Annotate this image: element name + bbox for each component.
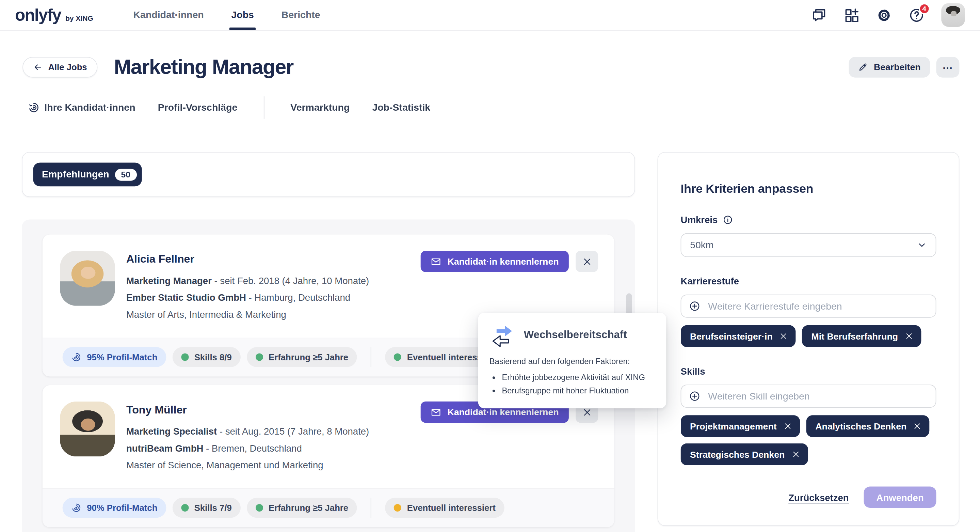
arrow-left-icon [33, 62, 43, 72]
edit-label: Bearbeiten [874, 62, 921, 72]
experience-badge: Erfahrung ≥5 Jahre [247, 498, 357, 518]
remove-chip-icon[interactable] [780, 332, 788, 340]
help-icon[interactable]: 4 [909, 7, 924, 23]
candidate-company-line: Ember Static Studio GmbH - Hamburg, Deut… [126, 289, 369, 306]
brand-logo[interactable]: onlyfy by XING [15, 5, 93, 25]
status-dot-green [256, 504, 263, 511]
recommendations-tabbar: Empfehlungen 50 [22, 152, 635, 197]
candidate-name[interactable]: Tony Müller [126, 403, 369, 417]
candidate-company: Ember Static Studio GmbH [126, 292, 246, 303]
badge-divider [371, 347, 371, 367]
tooltip-bullet: Berufsgruppe mit hoher Fluktuation [502, 384, 655, 397]
career-chips: Berufseinsteiger·in Mit Berufserfahrung [681, 325, 936, 347]
tooltip-bullets: Erhöhte jobbezogene Aktivität auf XING B… [490, 371, 655, 397]
candidate-avatar[interactable] [60, 401, 115, 457]
close-icon [582, 407, 592, 417]
candidate-role-duration: - seit Feb. 2018 (4 Jahre, 10 Monate) [212, 275, 369, 286]
candidate-role-line: Marketing Manager - seit Feb. 2018 (4 Ja… [126, 272, 369, 289]
status-dot-green [181, 504, 189, 511]
messages-icon[interactable] [811, 7, 827, 23]
candidate-avatar[interactable] [60, 251, 115, 306]
chip-label: Berufseinsteiger·in [690, 331, 773, 341]
nav-item-jobs[interactable]: Jobs [231, 0, 254, 30]
chip-projektmanagement[interactable]: Projektmanagement [681, 415, 800, 437]
main-nav: Kandidat·innen Jobs Berichte [134, 0, 320, 30]
remove-chip-icon[interactable] [905, 332, 913, 340]
experience-label: Erfahrung ≥5 Jahre [269, 503, 348, 513]
career-label: Karrierestufe [681, 276, 936, 287]
reset-link[interactable]: Zurücksetzen [788, 492, 849, 502]
navbar-actions: 4 [811, 3, 965, 27]
contact-label: Kandidat·in kennenlernen [448, 256, 559, 266]
nav-item-berichte[interactable]: Berichte [282, 0, 320, 30]
chip-mit-berufserfahrung[interactable]: Mit Berufserfahrung [802, 325, 921, 347]
logo-suffix: by XING [65, 14, 93, 21]
skills-badge: Skills 8/9 [172, 347, 240, 367]
interest-badge[interactable]: Eventuell interessiert [385, 498, 504, 518]
status-dot-green [181, 353, 189, 361]
chip-berufseinsteiger[interactable]: Berufseinsteiger·in [681, 325, 796, 347]
page-title: Marketing Manager [114, 55, 293, 79]
top-navbar: onlyfy by XING Kandidat·innen Jobs Beric… [0, 0, 980, 31]
chip-label: Analytisches Denken [815, 421, 907, 431]
experience-label: Erfahrung ≥5 Jahre [269, 352, 348, 362]
user-avatar[interactable] [941, 3, 965, 27]
chip-analytisches-denken[interactable]: Analytisches Denken [806, 415, 930, 437]
chip-strategisches-denken[interactable]: Strategisches Denken [681, 443, 808, 465]
dismiss-candidate-button[interactable] [576, 251, 598, 272]
candidate-info: Tony Müller Marketing Specialist - seit … [126, 401, 369, 473]
header-actions: Bearbeiten ... [849, 57, 959, 77]
apps-grid-icon[interactable] [844, 7, 859, 23]
skills-input-wrap [681, 385, 936, 408]
envelope-icon [431, 256, 441, 267]
tooltip-header: Wechselbereitschaft [490, 323, 655, 347]
contact-candidate-button[interactable]: Kandidat·in kennenlernen [421, 251, 569, 272]
job-tabs: Ihre Kandidat·innen Profil-Vorschläge Ve… [28, 98, 959, 117]
tab-profil-vorschlaege[interactable]: Profil-Vorschläge [158, 102, 238, 113]
candidate-education: Master of Science, Management und Market… [126, 456, 369, 473]
skills-input[interactable] [707, 390, 928, 403]
career-input[interactable] [707, 300, 928, 313]
close-icon [582, 257, 592, 266]
match-label: 90% Profil-Match [87, 503, 157, 513]
skills-label: Skills 8/9 [194, 352, 232, 362]
candidate-name[interactable]: Alicia Fellner [126, 253, 369, 266]
radius-label-row: Umkreis [681, 215, 936, 225]
edit-button[interactable]: Bearbeiten [849, 57, 930, 77]
candidate-company: nutriBeam GmbH [126, 443, 204, 453]
profile-match-badge[interactable]: 95% Profil-Match [63, 347, 166, 367]
chip-label: Projektmanagement [690, 421, 777, 431]
tab-vermarktung[interactable]: Vermarktung [290, 102, 350, 113]
experience-badge: Erfahrung ≥5 Jahre [247, 347, 357, 367]
candidate-role-duration: - seit Aug. 2015 (7 Jahre, 8 Monate) [217, 426, 369, 436]
tooltip-bullet: Erhöhte jobbezogene Aktivität auf XING [502, 371, 655, 384]
tab-label: Ihre Kandidat·innen [44, 102, 135, 113]
candidate-role: Marketing Manager [126, 275, 212, 286]
remove-chip-icon[interactable] [913, 422, 921, 430]
skills-badge: Skills 7/9 [172, 498, 240, 518]
tab-ihre-kandidatinnen[interactable]: Ihre Kandidat·innen [28, 102, 135, 113]
remove-chip-icon[interactable] [791, 450, 800, 459]
interest-label: Eventuell interessiert [407, 503, 496, 513]
more-options-button[interactable]: ... [936, 57, 959, 77]
profile-match-badge[interactable]: 90% Profil-Match [63, 498, 166, 518]
candidate-location: - Hamburg, Deutschland [246, 292, 350, 303]
recommendations-tab[interactable]: Empfehlungen 50 [33, 162, 142, 186]
tab-label: Profil-Vorschläge [158, 102, 238, 113]
transfer-arrows-icon [490, 323, 516, 347]
radius-select[interactable]: 50km [681, 233, 936, 257]
status-dot-amber [394, 504, 401, 511]
criteria-title: Ihre Kriterien anpassen [681, 182, 936, 196]
tab-job-statistik[interactable]: Job-Statistik [372, 102, 430, 113]
nav-item-kandidatinnen[interactable]: Kandidat·innen [134, 0, 204, 30]
recommendations-label: Empfehlungen [42, 169, 109, 180]
back-to-jobs-button[interactable]: Alle Jobs [22, 57, 98, 77]
envelope-icon [431, 407, 441, 417]
tooltip-title: Wechselbereitschaft [524, 329, 627, 342]
settings-gear-icon[interactable] [876, 7, 892, 23]
info-icon[interactable] [723, 215, 733, 225]
remove-chip-icon[interactable] [784, 422, 792, 430]
apply-button[interactable]: Anwenden [864, 487, 936, 508]
status-dot-green [256, 353, 263, 361]
tooltip-intro: Basierend auf den folgenden Faktoren: [490, 357, 655, 366]
